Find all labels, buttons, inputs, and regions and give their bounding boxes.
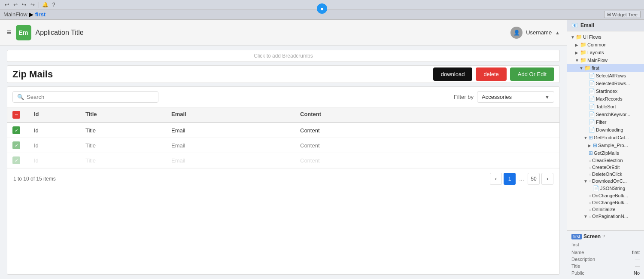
app-header-right: 👤 Username ▲ xyxy=(510,27,560,39)
select-all-rows-label: SelectAllRows xyxy=(596,73,626,78)
page-ellipsis: … xyxy=(517,176,526,182)
tree-on-initialize[interactable]: ○ OnInitialize xyxy=(567,206,644,213)
tree-first[interactable]: ▼ 📁 first xyxy=(567,64,644,72)
json-string-label: JSONString xyxy=(600,186,625,191)
prop-subtitle: first xyxy=(571,242,640,247)
next-page-button[interactable]: › xyxy=(541,173,553,185)
filter-label: Filter xyxy=(596,120,606,125)
tree-clear-selection[interactable]: ○ ClearSelection xyxy=(567,157,644,164)
tree-start-index[interactable]: 📄 StartIndex xyxy=(567,87,644,95)
tree-select-all-rows[interactable]: 📄 SelectAllRows xyxy=(567,72,644,80)
download-button[interactable]: download xyxy=(433,67,473,81)
row2-email: Email xyxy=(171,142,300,149)
downloading-label: Downloading xyxy=(596,127,623,132)
ui-flows-expand-icon: ▼ xyxy=(571,35,575,40)
tree-filter[interactable]: 📄 Filter xyxy=(567,118,644,126)
notification-icon[interactable]: 🔔 xyxy=(42,1,49,8)
prop-public-value: No xyxy=(634,270,640,276)
start-index-label: StartIndex xyxy=(596,89,617,94)
tree-downloading[interactable]: 📄 Downloading xyxy=(567,126,644,134)
tree-search-keyword[interactable]: 📄 SearchKeywor... xyxy=(567,110,644,118)
select-all-rows-icon: 📄 xyxy=(589,73,595,79)
add-or-edit-button[interactable]: Add Or Edit xyxy=(510,67,554,81)
mainflow-folder-icon: 📁 xyxy=(580,57,586,63)
prop-help-icon: ? xyxy=(602,234,605,239)
mainflow-link[interactable]: MainFlow xyxy=(3,11,27,18)
search-input[interactable] xyxy=(27,94,154,100)
user-dropdown-icon[interactable]: ▲ xyxy=(555,30,560,35)
tree-mainflow[interactable]: ▼ 📁 MainFlow xyxy=(567,56,644,64)
row2-id: Id xyxy=(34,142,85,149)
tree-on-change-bulk-2[interactable]: ○ OnChangeBulk... xyxy=(567,199,644,206)
selected-rows-label: SelectedRows... xyxy=(596,81,630,86)
tree-delete-on-click[interactable]: ○ DeleteOnClick xyxy=(567,171,644,178)
sample-pro-expand-icon: ▶ xyxy=(588,143,592,148)
tree-get-zip-mails[interactable]: ⊞ GetZipMails xyxy=(567,149,644,157)
filter-by-label: Filter by xyxy=(454,94,474,100)
prop-name-value: first xyxy=(632,250,640,255)
breadcrumb-placeholder: Click to add Breadcrumbs xyxy=(254,53,313,59)
delete-button[interactable]: delete xyxy=(476,67,506,81)
tree-on-change-bulk-1[interactable]: ○ OnChangeBulk... xyxy=(567,192,644,199)
clear-selection-label: ClearSelection xyxy=(592,158,623,163)
tree-layouts[interactable]: ▶ 📁 Layouts xyxy=(567,49,644,56)
row1-email: Email xyxy=(171,127,300,134)
row3-email: Email xyxy=(171,157,300,164)
toolbar-separator xyxy=(39,2,39,8)
current-page-button[interactable]: 1 xyxy=(504,173,516,185)
center-logo: ● xyxy=(317,3,327,14)
tree-create-or-edit[interactable]: ○ CreateOrEdit xyxy=(567,164,644,171)
delete-on-click-icon: ○ xyxy=(589,172,591,177)
prev-page-button[interactable]: ‹ xyxy=(490,173,502,185)
col-header-checkbox: − xyxy=(12,111,34,119)
search-keyword-icon: 📄 xyxy=(589,111,595,117)
sample-pro-label: Sample_Pro... xyxy=(598,143,628,148)
row3-id: Id xyxy=(34,157,85,164)
filter-icon: 📄 xyxy=(589,119,595,125)
row3-content: Content xyxy=(300,157,554,164)
redo-icon[interactable]: ↪ xyxy=(21,1,27,8)
tree-ui-flows[interactable]: ▼ 📁 UI Flows xyxy=(567,33,644,41)
row3-checkbox[interactable]: ✓ xyxy=(12,156,34,164)
get-product-label: GetProductCat... xyxy=(594,135,629,140)
widget-tree-label: Widget Tree xyxy=(612,12,638,17)
app-header-left: ≡ Em Application Title xyxy=(7,25,84,40)
tree-sample-pro[interactable]: ▶ ⊞ Sample_Pro... xyxy=(567,141,644,149)
first-expand-icon: ▼ xyxy=(579,66,583,71)
tree-on-pagination[interactable]: ▼ ○ OnPaginationN... xyxy=(567,213,644,220)
tree-json-string[interactable]: 📄 JSONString xyxy=(567,184,644,192)
last-page-button[interactable]: 50 xyxy=(528,173,540,185)
rotate-left-icon[interactable]: ↩ xyxy=(3,1,10,8)
on-pagination-icon: ○ xyxy=(589,214,591,219)
redo2-icon[interactable]: ↪ xyxy=(29,1,36,8)
tree-table-sort[interactable]: 📄 TableSort xyxy=(567,103,644,110)
tree-selected-rows[interactable]: 📄 SelectedRows... xyxy=(567,80,644,87)
select-all-checkbox[interactable]: − xyxy=(12,111,20,119)
undo-icon[interactable]: ↩ xyxy=(12,1,19,8)
search-input-wrap: 🔍 xyxy=(12,91,158,103)
prop-description-label: Description xyxy=(571,257,595,262)
page-header: Zip Mails download delete Add Or Edit xyxy=(7,65,560,83)
tree-common[interactable]: ▶ 📁 Common xyxy=(567,41,644,49)
widget-tree-button[interactable]: ⊞ Widget Tree xyxy=(604,11,641,18)
filter-select[interactable]: Accessories ▼ xyxy=(477,91,554,103)
breadcrumb-bar[interactable]: Click to add Breadcrumbs xyxy=(7,50,560,62)
table-section: 🔍 Filter by Accessories ▼ − xyxy=(7,86,560,275)
row1-checkbox[interactable]: ✓ xyxy=(12,126,34,134)
help-icon[interactable]: ? xyxy=(50,1,57,8)
panel-header: 📧 Email xyxy=(567,20,644,31)
col-header-id: Id xyxy=(34,111,85,119)
tree-max-records[interactable]: 📄 MaxRecords xyxy=(567,95,644,103)
tree-get-product-cat[interactable]: ▼ ⊞ GetProductCat... xyxy=(567,134,644,141)
row1-content: Content xyxy=(300,127,554,134)
menu-hamburger-icon[interactable]: ≡ xyxy=(7,28,12,37)
main-layout: ≡ Em Application Title 👤 Username ▲ Clic… xyxy=(0,20,644,279)
pagination: 1 to 10 of 15 items ‹ 1 … 50 › xyxy=(7,168,559,189)
row2-checkbox[interactable]: ✓ xyxy=(12,141,34,149)
max-records-label: MaxRecords xyxy=(596,96,623,101)
tree-download-on-click[interactable]: ▼ ○ DownloadOnC... xyxy=(567,178,644,184)
username-label: Username xyxy=(526,29,552,36)
ui-flows-folder-icon: 📁 xyxy=(576,34,582,40)
get-zip-mails-label: GetZipMails xyxy=(594,150,619,156)
prop-name-row: Name first xyxy=(571,249,640,256)
